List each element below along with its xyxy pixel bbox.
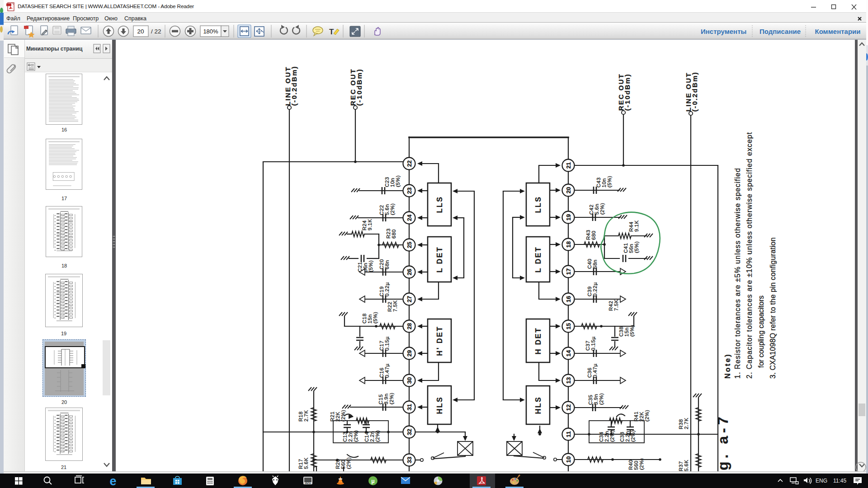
svg-text:3. CXA1098Q refer to the pin: 3. CXA1098Q refer to the pin configurati…	[769, 237, 777, 379]
svg-text:9.1K: 9.1K	[634, 220, 639, 232]
svg-text:2. Capacitor tolerances are ±: 2. Capacitor tolerances are ±10% unless …	[745, 132, 753, 379]
svg-text:µ: µ	[371, 478, 375, 484]
svg-text:7.5K: 7.5K	[613, 299, 619, 311]
svg-text:25: 25	[406, 242, 413, 248]
svg-text:(2%): (2%)	[390, 203, 395, 215]
svg-text:R41: R41	[633, 411, 639, 422]
svg-text:5.6K: 5.6K	[303, 457, 309, 469]
svg-text:21: 21	[565, 162, 572, 169]
svg-text:9.1K: 9.1K	[367, 219, 373, 230]
svg-text:(5%): (5%)	[373, 312, 378, 324]
svg-text:2.7K: 2.7K	[303, 410, 309, 422]
svg-text:R22: R22	[387, 301, 392, 312]
svg-text:LLS: LLS	[534, 196, 542, 213]
svg-text:R18: R18	[298, 411, 303, 422]
svg-text:C14: C14	[364, 432, 369, 442]
svg-text:(5%): (5%)	[395, 175, 401, 187]
svg-text:13: 13	[565, 377, 572, 384]
svg-text:560: 560	[633, 460, 639, 470]
svg-text:56n: 56n	[628, 244, 634, 253]
svg-text:29: 29	[406, 350, 413, 357]
svg-text:24: 24	[406, 214, 413, 221]
svg-text:R24: R24	[362, 220, 367, 230]
svg-text:R37: R37	[678, 461, 684, 471]
svg-text:C39: C39	[587, 286, 592, 296]
svg-text:H DET: H DET	[534, 327, 542, 355]
svg-text:C34: C34	[599, 432, 604, 442]
svg-text:680: 680	[391, 229, 396, 239]
svg-text:27: 27	[406, 296, 413, 302]
svg-text:C33: C33	[619, 432, 625, 442]
svg-text:R17: R17	[298, 459, 303, 469]
svg-text:7.5K: 7.5K	[392, 300, 398, 312]
svg-text:(5%): (5%)	[634, 241, 639, 253]
svg-text:(2%): (2%)	[389, 393, 394, 404]
svg-text:3.9n: 3.9n	[593, 394, 599, 405]
svg-text:C15: C15	[378, 394, 383, 404]
svg-text:C19: C19	[379, 286, 384, 296]
svg-text:C38: C38	[618, 326, 624, 337]
svg-text:33: 33	[406, 457, 413, 463]
svg-text:(5%): (5%)	[368, 260, 373, 272]
svg-text:2.2n: 2.2n	[625, 431, 630, 442]
svg-text:180%: 180%	[203, 28, 218, 35]
svg-text:19: 19	[565, 214, 572, 221]
svg-text:23: 23	[406, 188, 413, 194]
svg-text:(2%): (2%)	[599, 203, 605, 215]
svg-text:20: 20	[137, 28, 144, 35]
svg-text:for coupling capacitors: for coupling capacitors	[757, 296, 765, 368]
svg-text:C17: C17	[379, 340, 384, 351]
svg-text:HLS: HLS	[436, 396, 443, 414]
svg-text:C18: C18	[362, 313, 367, 324]
svg-text:LLS: LLS	[436, 196, 443, 213]
svg-text:10: 10	[565, 456, 572, 463]
svg-text:HLS: HLS	[534, 396, 542, 414]
svg-text:Note): Note)	[724, 353, 731, 379]
svg-text:10n: 10n	[601, 178, 607, 188]
svg-text:C23: C23	[384, 177, 390, 187]
svg-text:31: 31	[406, 404, 413, 410]
svg-text:(-0.2dBm): (-0.2dBm)	[290, 66, 298, 106]
svg-text:(5%): (5%)	[629, 325, 635, 337]
svg-text:30: 30	[406, 377, 413, 384]
svg-text:R38: R38	[678, 419, 684, 429]
svg-text:C42: C42	[589, 204, 594, 215]
svg-text:(-0.2dBm): (-0.2dBm)	[691, 71, 698, 112]
svg-text:14: 14	[565, 350, 572, 357]
svg-text:C43: C43	[596, 177, 601, 188]
svg-text:R42: R42	[608, 300, 613, 311]
svg-text:15n: 15n	[367, 314, 373, 324]
svg-text:12: 12	[565, 404, 572, 411]
svg-text:H' DET: H' DET	[436, 326, 443, 356]
svg-text:28: 28	[406, 323, 413, 329]
svg-text:R21: R21	[330, 411, 335, 422]
svg-text:(5%): (5%)	[607, 176, 612, 188]
svg-text:/ 22: / 22	[151, 28, 161, 35]
svg-text:(2%): (2%)	[353, 430, 359, 442]
svg-text:68n: 68n	[384, 260, 390, 269]
svg-text:(2%): (2%)	[346, 457, 351, 469]
svg-text:22: 22	[406, 160, 413, 167]
svg-text:26: 26	[406, 269, 413, 275]
svg-text:321: 321	[305, 481, 311, 485]
svg-text:(-10dBm): (-10dBm)	[623, 73, 631, 111]
svg-text:T: T	[329, 28, 334, 36]
svg-text:L DET: L DET	[436, 246, 443, 272]
svg-text:C40: C40	[587, 258, 592, 269]
svg-text:16: 16	[565, 296, 572, 302]
svg-text:20: 20	[565, 187, 572, 193]
svg-text:L DET: L DET	[534, 246, 542, 272]
svg-text:R43: R43	[585, 230, 591, 240]
svg-text:2.7K: 2.7K	[684, 418, 689, 429]
svg-text:68n: 68n	[592, 259, 598, 269]
svg-text:0.47µ: 0.47µ	[384, 363, 390, 378]
svg-text:(2%): (2%)	[375, 430, 380, 442]
svg-text:0.15µ: 0.15µ	[590, 336, 596, 351]
svg-text:C22: C22	[379, 205, 384, 215]
svg-text:5.6n: 5.6n	[594, 204, 599, 215]
svg-text:C16: C16	[379, 367, 384, 378]
svg-text:C20: C20	[379, 259, 384, 269]
svg-text:(2%): (2%)	[644, 410, 650, 422]
svg-text:0.22µ: 0.22µ	[592, 282, 598, 296]
svg-text:18: 18	[565, 241, 572, 248]
